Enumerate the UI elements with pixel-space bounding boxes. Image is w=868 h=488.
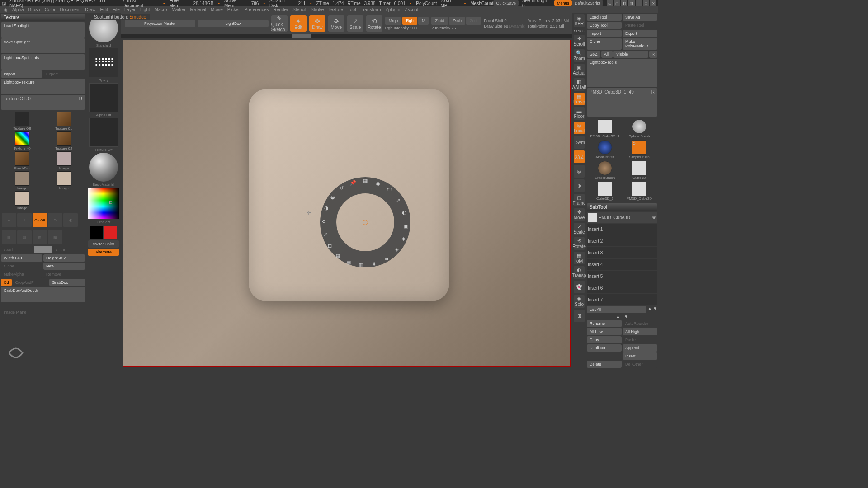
texture-preview[interactable] [89,118,118,147]
rotate-icon[interactable]: ⟳ [48,213,62,227]
move-up-icon[interactable]: ▲ [616,314,620,319]
load-spotlight-button[interactable]: Load Spotlight [1,22,85,38]
menu-file[interactable]: File [113,7,120,12]
goz-r-button[interactable]: R [649,51,658,58]
cd-button[interactable]: Cd [1,279,12,286]
mrgb-button[interactable]: Mrgb [385,17,402,25]
rgb-button[interactable]: Rgb [402,17,417,25]
menu-layer[interactable]: Layer [124,7,136,12]
texture-off-button[interactable]: Texture Off. 0 R [1,95,85,110]
rotate-cam-button[interactable]: ⟲Rotate [574,237,585,250]
spotlight-restore-icon[interactable]: ↺ [338,185,345,192]
menu-material[interactable]: Material [190,7,207,12]
subtool-header[interactable]: SubTool [587,203,657,211]
spotlight-scale-icon[interactable]: ⤢ [322,231,329,239]
paste-subtool-button[interactable]: Paste [623,336,657,343]
subtool-item[interactable]: Insert 7 [587,294,657,305]
menu-render[interactable]: Render [274,7,288,12]
new-button[interactable]: New [43,263,85,270]
switch-color-button[interactable]: SwitchColor [88,240,119,248]
xyz-button[interactable]: XYZ [574,150,585,163]
menu-stroke[interactable]: Stroke [311,7,324,12]
remove-button[interactable]: Remove [43,271,85,278]
focal-shift-slider[interactable]: Focal Shift 0 [484,19,525,23]
makealpha-button[interactable]: MakeAlpha [1,271,42,278]
draw-size-slider[interactable]: Draw Size 68 [484,24,508,28]
spotlight-dial[interactable]: ▦ ◉ ⬚ ↗ ◐ ▣ ◈ ☀ ⬌ ⬍ ▥ ▤ ▦ ⊞ ⤢ ⟲ ◑ [320,177,410,267]
z-intensity-slider[interactable]: Z Intensity 25 [431,26,481,30]
tool-slot[interactable]: EraserBrush [589,161,621,180]
delete-button[interactable]: Delete [587,361,622,368]
menus-button[interactable]: Menus [554,0,572,6]
aahalf-button[interactable]: ◧AAHalf [574,78,585,91]
subtool-item[interactable]: Insert 3 [587,247,657,258]
zsub-button[interactable]: Zsub [449,17,465,25]
subtool-item[interactable]: Insert 4 [587,259,657,270]
spotlight-rotate-icon[interactable]: ⟲ [320,219,327,226]
stroke-preview[interactable] [89,48,118,77]
import-texture-button[interactable]: Import [1,70,42,78]
menu-transform[interactable]: Transform [360,7,381,12]
clear-button[interactable]: Clear [53,246,85,253]
texture-slot[interactable]: Texture 02 [43,131,84,150]
close-icon[interactable]: ✕ [650,0,656,6]
menu-preferences[interactable]: Preferences [245,7,269,12]
menu-light[interactable]: Light [140,7,150,12]
scroll-button[interactable]: ✥Scroll [574,35,585,47]
xpose-button[interactable]: ⊞ [574,310,585,322]
polyf-button[interactable]: ▦PolyF [574,252,585,264]
goz-button[interactable]: GoZ [587,51,600,58]
spotlight-pin-icon[interactable]: 📌 [349,180,357,187]
load-tool-button[interactable]: Load Tool [587,14,622,21]
image-plane-header[interactable]: Image Plane [1,309,85,324]
win-icon-1[interactable]: ▭ [607,0,613,6]
transp-button[interactable]: ◐Transp [574,266,585,279]
draw-button[interactable]: ✜Draw [309,15,326,32]
edit-button[interactable]: ✦Edit [290,15,307,32]
spotlight-fade-icon[interactable]: ◒ [329,194,336,202]
texture-slot[interactable]: Texture 40 [2,131,42,150]
menu-zplugin[interactable]: Zplugin [386,7,401,12]
minimize-icon[interactable]: _ [636,0,642,6]
scale-button[interactable]: ⤢Scale [347,15,363,32]
all-high-button[interactable]: All High [623,328,657,335]
move-down-icon[interactable]: ▼ [624,314,628,319]
menu-color[interactable]: Color [45,7,56,12]
texture-slot[interactable]: Texture Off [2,112,42,131]
menu-document[interactable]: Document [60,7,81,12]
spotlight-smudge-icon[interactable]: ⬚ [386,187,393,194]
texture-slot[interactable]: Image [2,191,42,210]
zcut-button[interactable]: Zcut [466,17,481,25]
export-tool-button[interactable]: Export [623,30,657,37]
append-button[interactable]: Append [623,344,657,352]
tool-slot[interactable]: AlphaBrush [589,140,621,159]
fit-icon[interactable]: ⊕ [574,179,585,192]
arrow-up-icon[interactable]: ▲ [647,306,652,313]
win-icon-4[interactable]: ◨ [628,0,635,6]
menu-zscript[interactable]: Zscript [405,7,418,12]
lsym-button[interactable]: LSym [574,136,585,149]
alpha-preview[interactable] [89,83,118,112]
center-icon[interactable]: ◎ [574,165,585,178]
spotlight-clone-icon[interactable]: ◉ [374,181,382,188]
duplicate-button[interactable]: Duplicate [587,344,622,352]
color-picker[interactable] [88,188,119,219]
lightbox-spotlights-button[interactable]: Lightbox▸Spotlights [1,54,85,70]
subtool-item[interactable]: Insert 1 [587,224,657,235]
menu-texture[interactable]: Texture [328,7,343,12]
default-script-button[interactable]: DefaultZScript [572,0,603,6]
rgb-intensity-slider[interactable]: Rgb Intensity 100 [385,26,429,30]
on-off-button[interactable]: On Off [33,213,47,227]
zoom-button[interactable]: 🔍Zoom [574,49,585,62]
menu-edit[interactable]: Edit [100,7,108,12]
copy-subtool-button[interactable]: Copy [587,336,622,343]
clone-button[interactable]: Clone [1,263,42,270]
menu-draw[interactable]: Draw [85,7,95,12]
save-as-button[interactable]: Save As [623,14,657,21]
goz-all-button[interactable]: All [601,51,613,58]
spotlight-contrast-icon[interactable]: ◐ [401,210,408,217]
zadd-button[interactable]: Zadd [431,17,448,25]
move-cam-button[interactable]: ✥Move [574,208,585,221]
texture-slot[interactable]: BrushTxtr [2,151,42,170]
scale-cam-button[interactable]: ⤢Scale [574,223,585,235]
